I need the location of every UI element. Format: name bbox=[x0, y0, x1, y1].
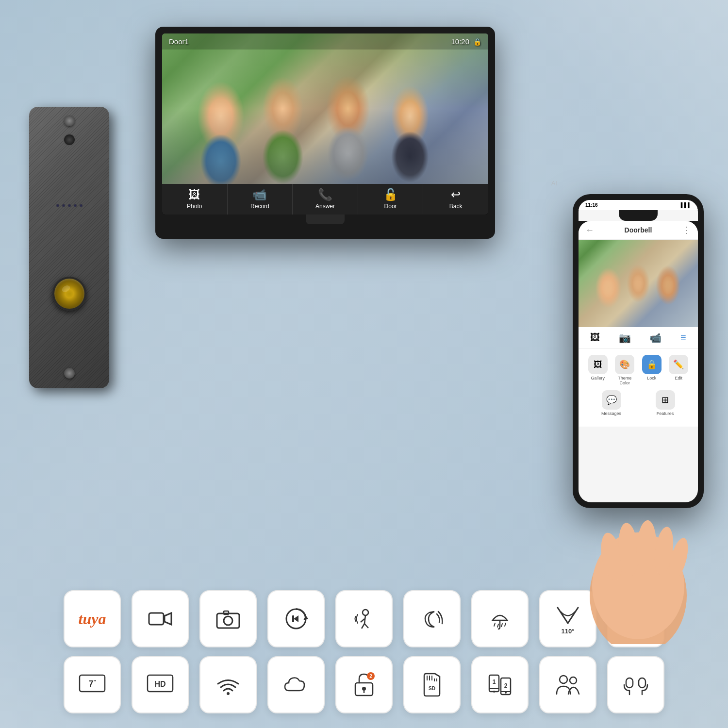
feature-wifi bbox=[199, 656, 257, 713]
feature-tuya: tuya bbox=[64, 590, 121, 647]
svg-line-25 bbox=[505, 623, 506, 626]
door-button[interactable]: 🔓 Door bbox=[358, 184, 424, 215]
wifi-icon bbox=[215, 674, 241, 695]
back-button[interactable]: ↩ Back bbox=[423, 184, 488, 215]
svg-line-19 bbox=[362, 624, 364, 629]
feature-7inch: 7" bbox=[64, 656, 121, 713]
svg-text:1: 1 bbox=[493, 678, 496, 685]
photo-icon: 🖼 bbox=[189, 189, 200, 200]
screw-bottom-icon bbox=[64, 368, 75, 379]
svg-line-20 bbox=[364, 624, 368, 628]
monitor-stand bbox=[306, 215, 345, 224]
seven-inch-icon: 7" bbox=[79, 674, 106, 695]
photo-button[interactable]: 🖼 Photo bbox=[162, 184, 228, 215]
photo-label: Photo bbox=[187, 203, 202, 210]
multi-user-icon bbox=[555, 674, 581, 696]
svg-point-58 bbox=[560, 676, 567, 683]
monitor-frame: Door1 10:20 🔒 🖼 Photo 📹 Record bbox=[155, 27, 495, 239]
intercom-icon bbox=[623, 673, 648, 696]
svg-text:2: 2 bbox=[504, 682, 508, 689]
phone-app-grid: 🖼 Gallery 🎨 Theme Color 🔒 Lock ✏️ bbox=[579, 349, 698, 427]
feature-intercom bbox=[607, 656, 664, 713]
feature-playback bbox=[267, 590, 325, 647]
gallery-icon: 🖼 bbox=[588, 355, 608, 374]
theme-icon: 🎨 bbox=[615, 355, 634, 374]
svg-rect-15 bbox=[292, 615, 294, 622]
ir-sensors bbox=[56, 204, 83, 207]
record-icon: 📹 bbox=[252, 189, 267, 200]
back-label: Back bbox=[449, 203, 463, 210]
gallery-label: Gallery bbox=[591, 376, 605, 381]
control-bar: 🖼 Photo 📹 Record 📞 Answer 🔓 Door ↩ bbox=[162, 184, 488, 215]
svg-point-52 bbox=[493, 691, 495, 693]
svg-line-17 bbox=[364, 615, 365, 624]
phone-camera-feed bbox=[579, 240, 698, 327]
phone-notch bbox=[619, 210, 658, 221]
svg-point-16 bbox=[363, 610, 368, 615]
screen-header-right: 10:20 🔒 bbox=[451, 37, 481, 46]
hd-icon: HD bbox=[147, 674, 174, 695]
svg-point-55 bbox=[505, 692, 507, 694]
weatherproof-icon bbox=[488, 607, 512, 631]
messages-label: Messages bbox=[601, 411, 621, 416]
phone-app-title: Doorbell bbox=[625, 226, 652, 234]
features-icon: ⊞ bbox=[656, 390, 675, 410]
phone-video-icon[interactable]: 📹 bbox=[649, 332, 662, 344]
feature-motion bbox=[335, 590, 393, 647]
record-button[interactable]: 📹 Record bbox=[228, 184, 293, 215]
phone-settings-icon[interactable]: ≡ bbox=[680, 332, 686, 344]
tuya-logo-icon: tuya bbox=[79, 610, 106, 628]
unlock-icon: 2 bbox=[352, 672, 376, 697]
phone-app-row-2: 💬 Messages ⊞ Features bbox=[584, 390, 692, 416]
clock-display: 10:20 bbox=[451, 37, 469, 46]
camera-lens-icon bbox=[52, 277, 86, 311]
phone-app-row-1: 🖼 Gallery 🎨 Theme Color 🔒 Lock ✏️ bbox=[584, 355, 692, 385]
phone-gallery-icon[interactable]: 🖼 bbox=[590, 332, 600, 344]
lock-app-label: Lock bbox=[647, 376, 656, 381]
camera-body bbox=[29, 107, 109, 388]
sensor-top-icon bbox=[63, 133, 76, 146]
phone-signal-icon: ▌▌▌ bbox=[681, 202, 691, 208]
features-label: Features bbox=[657, 411, 674, 416]
answer-button[interactable]: 📞 Answer bbox=[293, 184, 358, 215]
screen-header: Door1 10:20 🔒 bbox=[162, 33, 488, 50]
phone-lock-app[interactable]: 🔒 Lock bbox=[640, 355, 664, 385]
screw-top-icon bbox=[64, 116, 75, 126]
hand-illustration bbox=[558, 498, 718, 644]
feature-dual-channel: 1 2 bbox=[471, 656, 529, 713]
door-label: Door1 bbox=[169, 37, 189, 46]
svg-line-24 bbox=[501, 624, 502, 627]
svg-rect-7 bbox=[149, 613, 164, 625]
svg-line-22 bbox=[494, 623, 495, 626]
svg-marker-14 bbox=[294, 615, 298, 622]
playback-icon bbox=[284, 607, 308, 631]
phone-theme-app[interactable]: 🎨 Theme Color bbox=[612, 355, 637, 385]
svg-line-18 bbox=[361, 619, 364, 622]
record-label: Record bbox=[250, 203, 269, 210]
phone-features-app[interactable]: ⊞ Features bbox=[653, 390, 678, 416]
phone-messages-app[interactable]: 💬 Messages bbox=[599, 390, 624, 416]
svg-marker-13 bbox=[303, 615, 308, 620]
svg-point-38 bbox=[227, 692, 230, 695]
door-icon: 🔓 bbox=[383, 189, 398, 200]
door-label-btn: Door bbox=[384, 203, 397, 210]
svg-rect-62 bbox=[639, 678, 645, 688]
phone-action-row: 🖼 📷 📹 ≡ bbox=[579, 327, 698, 349]
phone-camera-icon[interactable]: 📷 bbox=[619, 332, 631, 344]
indoor-monitor: Door1 10:20 🔒 🖼 Photo 📹 Record bbox=[155, 27, 495, 239]
phone-edit-app[interactable]: ✏️ Edit bbox=[666, 355, 691, 385]
lock-app-icon: 🔒 bbox=[642, 355, 662, 374]
back-icon: ↩ bbox=[451, 189, 461, 200]
cloud-icon bbox=[283, 674, 309, 695]
phone-time: 11:16 bbox=[585, 202, 598, 208]
svg-text:SD: SD bbox=[429, 686, 435, 691]
outdoor-unit bbox=[29, 107, 109, 388]
messages-icon: 💬 bbox=[602, 390, 621, 410]
lock-icon: 🔒 bbox=[473, 38, 481, 46]
theme-label: Theme Color bbox=[612, 376, 637, 385]
night-vision-icon bbox=[420, 607, 444, 631]
phone-frame: 11:16 ▌▌▌ ← Doorbell ⋮ 🖼 bbox=[573, 194, 704, 508]
edit-label: Edit bbox=[675, 376, 682, 381]
phone-app-header: ← Doorbell ⋮ bbox=[579, 221, 698, 240]
phone-gallery-app[interactable]: 🖼 Gallery bbox=[586, 355, 610, 385]
